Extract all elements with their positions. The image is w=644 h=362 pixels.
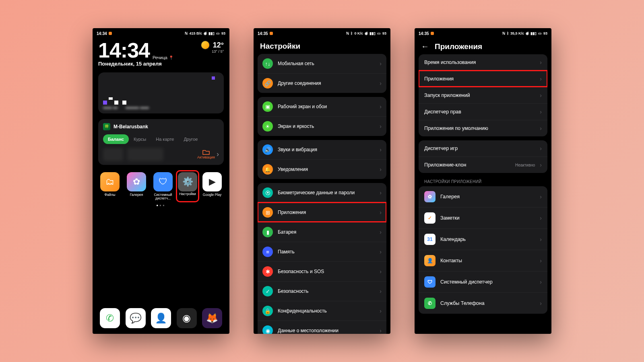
app-gallery[interactable]: ✿Галерея xyxy=(125,172,148,201)
chevron-right-icon: › xyxy=(380,249,382,255)
settings-row-звуки-и-вибрация[interactable]: 🔊 Звуки и вибрация › xyxy=(258,140,386,159)
bank-tab-other[interactable]: Другое xyxy=(179,134,202,144)
app-icon: ✓ xyxy=(424,212,436,224)
chevron-right-icon: › xyxy=(380,288,382,294)
weather-widget[interactable]: 12° 13° / 5° xyxy=(201,41,224,53)
dock-camera[interactable]: ◉ xyxy=(177,308,197,328)
location-icon: 📍 xyxy=(169,56,173,60)
settings-row-безопасность[interactable]: ✓ Безопасность › xyxy=(258,281,386,301)
chevron-right-icon: › xyxy=(380,80,382,86)
nfc-icon: ℕ xyxy=(185,31,188,35)
dock-firefox[interactable]: 🦊 xyxy=(202,308,222,328)
app-entry-заметки[interactable]: ✓ Заметки › xyxy=(419,207,547,228)
apps-row-диспетчер-игр[interactable]: Диспетчер игр › xyxy=(419,140,547,156)
bank-activate[interactable]: Активация xyxy=(197,149,215,159)
settings-row-уведомления[interactable]: 🔔 Уведомления › xyxy=(258,159,386,179)
row-label: Рабочий экран и обои xyxy=(278,104,375,109)
settings-row-данные-о-местоположении[interactable]: ◉ Данные о местоположении › xyxy=(258,321,386,334)
row-icon: ▣ xyxy=(262,101,273,112)
battery-icon: ▭ xyxy=(538,31,542,35)
battery-pct: 93 xyxy=(221,31,225,35)
bank-widget[interactable]: 🍀M-Belarusbank Баланс Курсы На карте Дру… xyxy=(98,119,224,165)
row-meta: Неактивно xyxy=(515,163,535,167)
back-button[interactable]: ← xyxy=(421,42,429,51)
app-entry-службы-телефона[interactable]: ✆ Службы Телефона › xyxy=(419,292,547,314)
row-label: Мобильная сеть xyxy=(278,61,375,66)
row-icon: ↑↓ xyxy=(262,58,273,69)
row-label: Уведомления xyxy=(278,167,375,172)
phone-apps-screen: 14:35 ℕ ᛒ 35,5 K/c ◉̂ ▮▮▯ ▭ 93 ← Приложе… xyxy=(415,28,551,334)
row-label: Системный диспетчер xyxy=(440,279,535,285)
chevron-right-icon: › xyxy=(540,125,542,132)
app-settings-highlighted[interactable]: ⚙️Настройки xyxy=(176,170,199,203)
wifi-icon: ◉̂ xyxy=(526,31,529,35)
settings-row-другие-соединения[interactable]: 🔗 Другие соединения › xyxy=(258,73,386,93)
bank-app-icon: 🍀 xyxy=(103,123,110,130)
settings-row-мобильная-сеть[interactable]: ↑↓ Мобильная сеть › xyxy=(258,54,386,73)
chevron-right-icon: › xyxy=(380,189,382,196)
app-icon: 👤 xyxy=(424,255,436,266)
settings-row-экран-и-яркость[interactable]: ☀ Экран и яркость › xyxy=(258,116,386,136)
chevron-right-icon: › xyxy=(217,150,219,158)
apps-settings-list: Время использования ›Приложения ›Запуск … xyxy=(415,54,551,334)
dock-contacts[interactable]: 👤 xyxy=(151,308,171,328)
dock-messages[interactable]: 💬 xyxy=(126,308,146,328)
apps-row-время-использования[interactable]: Время использования › xyxy=(419,54,547,70)
row-label: Безопасность и SOS xyxy=(278,269,375,274)
apps-row-диспетчер-прав[interactable]: Диспетчер прав › xyxy=(419,103,547,120)
row-icon: ☀ xyxy=(262,121,273,132)
row-label: Диспетчер прав xyxy=(424,109,535,115)
app-entry-системный-диспетчер[interactable]: 🛡 Системный диспетчер › xyxy=(419,271,547,292)
settings-row-рабочий-экран-и-обои[interactable]: ▣ Рабочий экран и обои › xyxy=(258,97,386,116)
row-label: Приложения xyxy=(424,76,535,82)
bank-tab-rates[interactable]: Курсы xyxy=(129,134,151,144)
clock-widget[interactable]: 14:34 Речица 📍 Понедельник, 15 апреля xyxy=(98,41,173,67)
apps-row-запуск-приложений[interactable]: Запуск приложений › xyxy=(419,87,547,103)
settings-row-конфиденциальность[interactable]: 🔒 Конфиденциальность › xyxy=(258,301,386,321)
folder-icon xyxy=(202,149,210,155)
app-google-play[interactable]: ▶Google Play xyxy=(200,172,224,201)
chevron-right-icon: › xyxy=(540,109,542,115)
row-label: Конфиденциальность xyxy=(278,308,375,314)
settings-row-батарея[interactable]: ▮ Батарея › xyxy=(258,222,386,242)
dock-phone[interactable]: ✆ xyxy=(100,308,120,328)
row-label: Контакты xyxy=(440,258,535,263)
bank-tab-balance[interactable]: Баланс xyxy=(103,134,129,144)
settings-row-безопасность-и-sos[interactable]: ✱ Безопасность и SOS › xyxy=(258,261,386,281)
chevron-right-icon: › xyxy=(380,308,382,314)
status-time: 14:35 xyxy=(419,31,429,36)
music-widget[interactable]: ▬▬ ▬▬▬▬ ▬▬ xyxy=(98,72,224,113)
clock-city: Речица xyxy=(153,55,167,60)
sun-icon xyxy=(201,41,209,49)
page-title: Настройки xyxy=(254,38,390,54)
chevron-right-icon: › xyxy=(540,279,542,285)
row-label: Память xyxy=(278,249,375,255)
row-label: Безопасность xyxy=(278,288,375,294)
chevron-right-icon: › xyxy=(380,327,382,334)
bank-tab-map[interactable]: На карте xyxy=(151,134,179,144)
row-icon: ◉ xyxy=(262,325,273,334)
chevron-right-icon: › xyxy=(380,103,382,110)
apps-row-приложения-по-умолчанию[interactable]: Приложения по умолчанию › xyxy=(419,120,547,136)
phone-settings-screen: 14:35 ℕ ᛒ 0 K/c ◉̂ ▮▮▯ ▭ 93 Настройки ↑↓… xyxy=(254,28,390,334)
apps-row-приложение-клон[interactable]: Приложение-клон Неактивно › xyxy=(419,156,547,173)
settings-row-биометрические-данные-и-пароли[interactable]: ⦿ Биометрические данные и пароли › xyxy=(258,183,386,202)
row-icon: 🔔 xyxy=(262,164,273,175)
settings-row-память[interactable]: ≡ Память › xyxy=(258,242,386,261)
app-entry-контакты[interactable]: 👤 Контакты › xyxy=(419,250,547,271)
app-files[interactable]: 🗂Файлы xyxy=(98,172,122,201)
app-entry-галерея[interactable]: ✿ Галерея › xyxy=(419,186,547,207)
app-entry-календарь[interactable]: 31 Календарь › xyxy=(419,228,547,250)
app-system-manager[interactable]: 🛡Системный диспетч... xyxy=(151,172,175,201)
phone-home-screen: 14:34 ℕ 415 B/c ◉̂ ▮▮▯ ▭ 93 14:34 Речица… xyxy=(93,28,229,334)
home-app-row: 🗂Файлы ✿Галерея 🛡Системный диспетч... ⚙️… xyxy=(98,172,224,201)
bank-tabs: Баланс Курсы На карте Другое xyxy=(103,134,219,144)
apps-row-приложения[interactable]: Приложения › xyxy=(419,70,547,87)
chevron-right-icon: › xyxy=(540,162,542,168)
app-icon: ✆ xyxy=(424,298,436,309)
chevron-right-icon: › xyxy=(380,166,382,173)
gallery-icon: ✿ xyxy=(127,172,146,191)
row-label: Галерея xyxy=(440,194,535,200)
settings-row-приложения[interactable]: ⊞ Приложения › xyxy=(258,202,386,222)
nfc-icon: ℕ xyxy=(346,31,349,35)
